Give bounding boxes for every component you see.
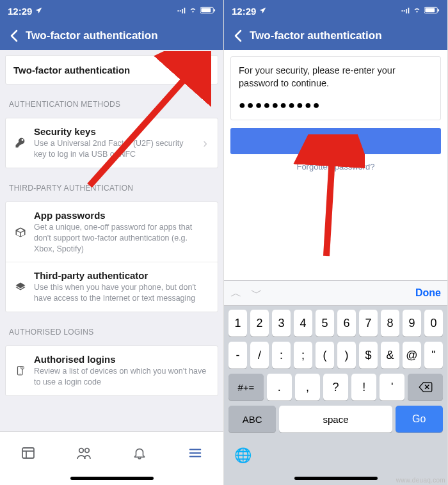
status-bar: 12:29 ··ıl bbox=[224, 0, 447, 22]
status-time: 12:29 bbox=[8, 6, 32, 17]
key-at[interactable]: @ bbox=[403, 342, 421, 369]
tab-feed[interactable] bbox=[13, 442, 44, 464]
tab-menu[interactable] bbox=[180, 442, 211, 464]
key-dollar[interactable]: $ bbox=[359, 342, 378, 369]
tab-bar bbox=[0, 431, 223, 471]
forgot-password-link[interactable]: Forgotten password? bbox=[224, 162, 447, 171]
key-backspace[interactable] bbox=[408, 374, 443, 401]
section-header-auth-methods: AUTHENTICATION METHODS bbox=[0, 90, 223, 113]
wifi-icon bbox=[188, 6, 198, 16]
svg-point-10 bbox=[85, 448, 90, 452]
svg-point-4 bbox=[20, 373, 21, 374]
tab-friends[interactable] bbox=[68, 442, 99, 464]
page-title: Two-factor authentication bbox=[23, 29, 218, 42]
tab-notifications[interactable] bbox=[124, 442, 155, 464]
home-indicator bbox=[0, 471, 223, 485]
battery-icon bbox=[200, 6, 216, 16]
keyboard-accessory: ︿ ﹀ Done bbox=[224, 280, 447, 306]
key-slash[interactable]: / bbox=[250, 342, 269, 369]
signal-icon: ··ıl bbox=[401, 6, 410, 15]
svg-point-9 bbox=[79, 448, 84, 452]
toggle-row-title: Two-factor authentication bbox=[13, 65, 191, 76]
key-rparen[interactable]: ) bbox=[337, 342, 356, 369]
third-party-auth-desc: Use this when you have your phone, but d… bbox=[34, 282, 210, 304]
phone-right: 12:29 ··ıl Two-factor authentication For… bbox=[224, 0, 448, 485]
key-apostrophe[interactable]: ' bbox=[380, 374, 404, 401]
row-third-party-auth[interactable]: Third-party authenticator Use this when … bbox=[6, 262, 218, 312]
key-bang[interactable]: ! bbox=[351, 374, 376, 401]
kb-done-button[interactable]: Done bbox=[415, 287, 441, 299]
chevron-right-icon: › bbox=[200, 136, 210, 150]
nav-header: Two-factor authentication bbox=[0, 22, 223, 50]
location-arrow-icon bbox=[259, 6, 267, 17]
password-field[interactable]: ●●●●●●●●●● bbox=[239, 99, 433, 112]
keyboard-bottom-bar: 🌐 bbox=[224, 440, 447, 471]
kb-next-icon[interactable]: ﹀ bbox=[251, 285, 262, 301]
key-2[interactable]: 2 bbox=[250, 310, 269, 337]
key-quote[interactable]: " bbox=[424, 342, 443, 369]
key-symbols-shift[interactable]: #+= bbox=[228, 374, 264, 401]
app-passwords-title: App passwords bbox=[34, 210, 210, 221]
kb-prev-icon[interactable]: ︿ bbox=[230, 285, 242, 301]
kb-row-3: #+= . , ? ! ' bbox=[227, 374, 445, 401]
keyboard: ︿ ﹀ Done 1 2 3 4 5 6 7 8 bbox=[224, 280, 447, 485]
svg-rect-16 bbox=[425, 8, 435, 12]
key-4[interactable]: 4 bbox=[294, 310, 312, 337]
key-abc[interactable]: ABC bbox=[228, 406, 276, 433]
signal-icon: ··ıl bbox=[177, 6, 186, 15]
globe-icon[interactable]: 🌐 bbox=[234, 447, 252, 464]
phone-left: 12:29 ··ıl Two-factor authentication bbox=[0, 0, 224, 485]
svg-rect-1 bbox=[201, 8, 211, 12]
app-passwords-desc: Get a unique, one-off password for apps … bbox=[34, 222, 210, 255]
continue-button[interactable]: Continue bbox=[230, 128, 441, 154]
key-1[interactable]: 1 bbox=[228, 310, 247, 337]
phone-check-icon bbox=[13, 365, 28, 377]
authorised-logins-title: Authorised logins bbox=[34, 354, 210, 365]
svg-rect-17 bbox=[438, 9, 439, 12]
settings-scroll[interactable]: Two-factor authentication AUTHENTICATION… bbox=[0, 50, 223, 431]
two-factor-checkbox[interactable] bbox=[197, 63, 210, 76]
key-space[interactable]: space bbox=[279, 406, 392, 433]
battery-icon bbox=[424, 6, 440, 16]
svg-rect-6 bbox=[22, 448, 34, 458]
row-authorised-logins[interactable]: Authorised logins Review a list of devic… bbox=[6, 346, 218, 395]
key-colon[interactable]: : bbox=[272, 342, 291, 369]
third-party-auth-title: Third-party authenticator bbox=[34, 270, 210, 281]
wifi-icon bbox=[412, 6, 422, 16]
kb-row-4: ABC space Go bbox=[227, 406, 445, 433]
key-go[interactable]: Go bbox=[396, 406, 443, 433]
status-time: 12:29 bbox=[232, 6, 256, 17]
kb-row-1: 1 2 3 4 5 6 7 8 9 0 bbox=[227, 310, 445, 337]
watermark: www.deuaq.com bbox=[396, 477, 445, 484]
security-keys-title: Security keys bbox=[34, 126, 194, 137]
row-security-keys[interactable]: Security keys Use a Universal 2nd Factor… bbox=[6, 118, 218, 168]
key-8[interactable]: 8 bbox=[381, 310, 399, 337]
row-app-passwords[interactable]: App passwords Get a unique, one-off pass… bbox=[6, 202, 218, 262]
two-factor-toggle-row[interactable]: Two-factor authentication bbox=[6, 56, 218, 84]
password-card: For your security, please re-enter your … bbox=[230, 56, 441, 120]
section-header-third-party: THIRD-PARTY AUTHENTICATION bbox=[0, 173, 223, 196]
key-lparen[interactable]: ( bbox=[316, 342, 334, 369]
key-semicolon[interactable]: ; bbox=[294, 342, 312, 369]
key-0[interactable]: 0 bbox=[424, 310, 443, 337]
layers-icon bbox=[13, 282, 28, 293]
key-comma[interactable]: , bbox=[295, 374, 320, 401]
svg-rect-2 bbox=[214, 9, 215, 12]
key-5[interactable]: 5 bbox=[316, 310, 334, 337]
key-question[interactable]: ? bbox=[323, 374, 348, 401]
back-button[interactable] bbox=[5, 29, 23, 42]
key-period[interactable]: . bbox=[267, 374, 292, 401]
key-dash[interactable]: - bbox=[228, 342, 247, 369]
key-icon bbox=[13, 137, 28, 148]
key-9[interactable]: 9 bbox=[403, 310, 421, 337]
security-keys-desc: Use a Universal 2nd Factor (U2F) securit… bbox=[34, 138, 194, 160]
back-button[interactable] bbox=[229, 29, 247, 42]
box-icon bbox=[13, 227, 28, 238]
key-3[interactable]: 3 bbox=[272, 310, 291, 337]
key-6[interactable]: 6 bbox=[337, 310, 356, 337]
prompt-text: For your security, please re-enter your … bbox=[239, 65, 433, 90]
section-header-auth-logins: AUTHORISED LOGINS bbox=[0, 317, 223, 340]
key-7[interactable]: 7 bbox=[359, 310, 378, 337]
authorised-logins-desc: Review a list of devices on which you wo… bbox=[34, 366, 210, 388]
key-amp[interactable]: & bbox=[381, 342, 399, 369]
